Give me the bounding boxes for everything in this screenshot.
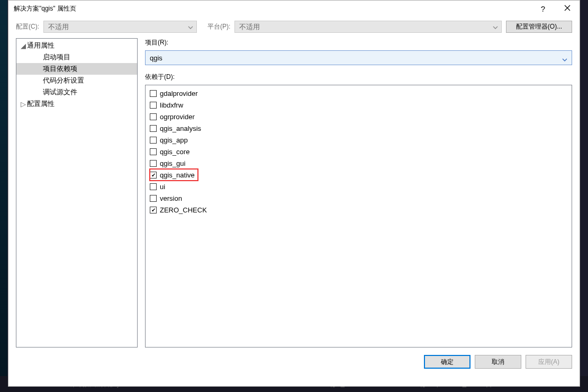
- project-field-label: 项目(R):: [145, 38, 572, 47]
- config-row: 配置(C): 不适用 平台(P): 不适用 配置管理器(O)...: [8, 16, 580, 38]
- depends-item-label: libdxfrw: [160, 101, 183, 109]
- titlebar: 解决方案"qgis" 属性页 ?: [8, 1, 580, 16]
- config-manager-button[interactable]: 配置管理器(O)...: [506, 21, 572, 33]
- checkbox[interactable]: [150, 148, 157, 155]
- depends-item-label: version: [160, 194, 182, 202]
- depends-item[interactable]: qgis_gui: [150, 157, 567, 169]
- tree-item-label: 调试源文件: [43, 87, 77, 97]
- window-title: 解决方案"qgis" 属性页: [14, 4, 531, 13]
- depends-item[interactable]: ✔qgis_native: [150, 169, 198, 181]
- tree-expanded-icon[interactable]: ◢: [20, 42, 27, 50]
- depends-item-label: qgis_analysis: [160, 124, 201, 132]
- checkbox[interactable]: ✔: [150, 172, 157, 179]
- cancel-button[interactable]: 取消: [475, 355, 521, 369]
- checkbox[interactable]: [150, 160, 157, 167]
- checkbox[interactable]: [150, 125, 157, 132]
- checkbox[interactable]: ✔: [150, 207, 157, 213]
- depends-item[interactable]: qgis_app: [150, 134, 567, 146]
- depends-listbox[interactable]: gdalproviderlibdxfrwogrproviderqgis_anal…: [145, 85, 572, 348]
- checkbox[interactable]: [150, 183, 157, 190]
- chevron-down-icon: [493, 23, 498, 31]
- tree-item[interactable]: 项目依赖项: [16, 63, 137, 75]
- depends-item[interactable]: ogrprovider: [150, 111, 567, 122]
- depends-item[interactable]: ✔ZERO_CHECK: [150, 204, 567, 216]
- depends-item-label: ui: [160, 183, 165, 191]
- tree-item-label: 配置属性: [27, 99, 55, 109]
- right-pane: 项目(R): qgis 依赖于(D): gdalproviderlibdxfrw…: [145, 38, 572, 348]
- project-select[interactable]: qgis: [145, 50, 572, 65]
- platform-dropdown: 不适用: [234, 21, 502, 33]
- platform-label: 平台(P):: [207, 22, 230, 31]
- depends-item[interactable]: libdxfrw: [150, 99, 567, 111]
- tree-item[interactable]: 调试源文件: [16, 86, 137, 98]
- tree-item[interactable]: ▷配置属性: [16, 98, 137, 110]
- tree-collapsed-icon[interactable]: ▷: [20, 100, 27, 108]
- depends-item[interactable]: qgis_analysis: [150, 122, 567, 134]
- checkbox[interactable]: [150, 195, 157, 202]
- tree-item-label: 启动项目: [43, 52, 70, 62]
- body-area: ◢通用属性启动项目项目依赖项代码分析设置调试源文件▷配置属性 项目(R): qg…: [8, 38, 580, 348]
- depends-item-label: ZERO_CHECK: [160, 206, 207, 214]
- dialog-footer: 确定 取消 应用(A): [8, 348, 580, 376]
- checkbox[interactable]: [150, 90, 157, 97]
- tree-item[interactable]: 代码分析设置: [16, 75, 137, 86]
- chevron-down-icon: [562, 55, 567, 63]
- depends-item-label: qgis_core: [160, 148, 189, 156]
- help-icon: ?: [541, 4, 545, 13]
- depends-item-label: qgis_app: [160, 136, 188, 144]
- tree-item-label: 项目依赖项: [43, 64, 77, 74]
- property-pages-dialog: 解决方案"qgis" 属性页 ? 配置(C): 不适用 平台(P): 不适用 配…: [8, 0, 580, 387]
- close-icon: [564, 5, 571, 13]
- depends-item[interactable]: ui: [150, 181, 567, 192]
- checkbox[interactable]: [150, 113, 157, 120]
- depends-item[interactable]: qgis_core: [150, 146, 567, 157]
- depends-item[interactable]: version: [150, 192, 567, 204]
- config-label: 配置(C):: [16, 22, 39, 31]
- apply-button: 应用(A): [526, 355, 572, 369]
- tree-item[interactable]: 启动项目: [16, 51, 137, 63]
- checkbox[interactable]: [150, 137, 157, 144]
- tree-item[interactable]: ◢通用属性: [16, 40, 137, 51]
- close-button[interactable]: [555, 1, 580, 16]
- depends-item-label: gdalprovider: [160, 90, 198, 97]
- chevron-down-icon: [188, 23, 193, 31]
- help-button[interactable]: ?: [531, 1, 555, 16]
- depends-item-label: qgis_gui: [160, 159, 185, 167]
- project-select-value: qgis: [150, 54, 162, 62]
- background-left-strip: [0, 0, 7, 392]
- tree-item-label: 代码分析设置: [43, 76, 84, 85]
- depends-field-label: 依赖于(D):: [145, 73, 572, 82]
- depends-item[interactable]: gdalprovider: [150, 87, 567, 99]
- platform-value: 不适用: [239, 22, 260, 32]
- config-value: 不适用: [48, 22, 69, 32]
- depends-item-label: qgis_native: [160, 171, 195, 179]
- tree-item-label: 通用属性: [27, 41, 55, 50]
- depends-item-label: ogrprovider: [160, 113, 195, 121]
- ok-button[interactable]: 确定: [424, 355, 471, 369]
- nav-tree[interactable]: ◢通用属性启动项目项目依赖项代码分析设置调试源文件▷配置属性: [16, 38, 138, 348]
- checkbox[interactable]: [150, 102, 157, 109]
- config-dropdown: 不适用: [43, 21, 197, 33]
